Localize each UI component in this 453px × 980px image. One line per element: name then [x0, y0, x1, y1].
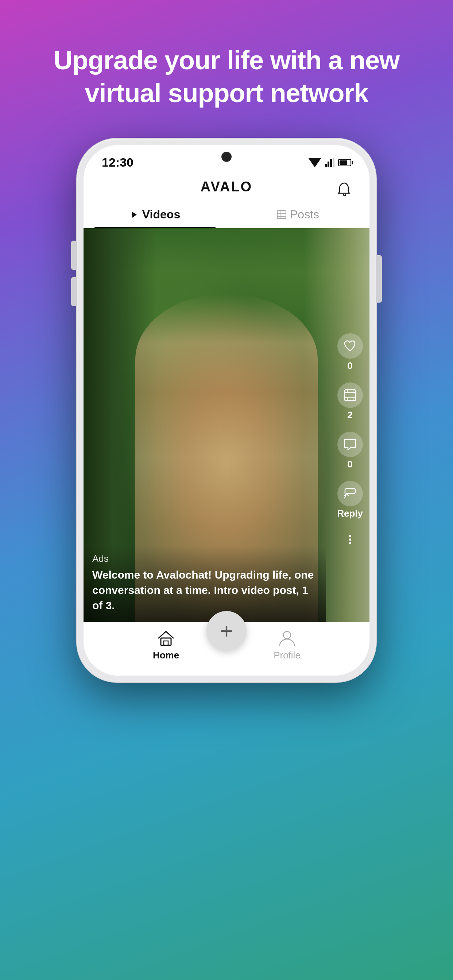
heart-icon-wrap: [337, 333, 363, 359]
svg-rect-21: [164, 641, 168, 645]
home-icon: [157, 629, 175, 647]
comment-icon-wrap: [337, 432, 363, 457]
ads-badge: Ads: [92, 553, 317, 565]
comment-icon: [344, 438, 357, 450]
status-icons: [308, 158, 351, 167]
side-actions: 0: [337, 333, 363, 549]
bell-icon: [337, 181, 353, 197]
status-time: 12:30: [102, 155, 134, 170]
nav-profile-label: Profile: [274, 650, 301, 661]
headline-line2: virtual support network: [85, 78, 368, 108]
tab-posts[interactable]: Posts: [226, 202, 370, 228]
fab-plus-icon: +: [220, 620, 233, 642]
clips-count: 2: [347, 409, 353, 421]
clips-button[interactable]: 2: [337, 382, 363, 421]
svg-point-22: [283, 632, 291, 639]
bottom-nav: Home + Profile: [83, 622, 370, 676]
svg-rect-4: [333, 158, 335, 167]
svg-point-17: [349, 535, 351, 537]
svg-rect-6: [277, 211, 286, 219]
reply-icon-wrap: [337, 481, 363, 506]
heart-icon: [344, 340, 357, 352]
svg-rect-10: [345, 390, 356, 401]
video-caption-overlay: Ads Welcome to Avalochat! Upgrading life…: [83, 546, 326, 622]
svg-rect-3: [330, 159, 332, 167]
fab-button[interactable]: +: [206, 611, 247, 651]
comments-button[interactable]: 0: [337, 432, 363, 470]
comments-count: 0: [347, 459, 353, 470]
film-icon: [344, 389, 357, 402]
tabs-bar: Videos Posts: [83, 202, 370, 228]
phone-mockup: 12:30: [70, 138, 383, 980]
tab-posts-label: Posts: [290, 208, 319, 221]
nav-profile[interactable]: Profile: [265, 629, 309, 661]
play-icon: [130, 210, 139, 219]
video-caption: Welcome to Avalochat! Upgrading life, on…: [92, 567, 317, 613]
bell-button[interactable]: [336, 180, 353, 197]
status-bar: 12:30: [83, 145, 370, 175]
svg-point-18: [349, 538, 351, 541]
battery-icon: [338, 159, 351, 166]
more-dots-icon: [344, 533, 357, 546]
reply-label: Reply: [337, 508, 363, 519]
camera-dot: [222, 152, 231, 162]
video-player[interactable]: 0: [83, 228, 370, 622]
tab-videos[interactable]: Videos: [83, 202, 226, 228]
headline: Upgrade your life with a new virtual sup…: [17, 0, 436, 138]
like-button[interactable]: 0: [337, 333, 363, 372]
svg-rect-2: [327, 162, 329, 167]
wifi-icon: [308, 158, 321, 167]
phone-outer: 12:30: [77, 138, 376, 682]
headline-line1: Upgrade your life with a new: [54, 46, 399, 75]
svg-rect-1: [325, 164, 327, 167]
nav-home[interactable]: Home: [144, 629, 188, 661]
profile-icon: [278, 629, 296, 647]
svg-marker-5: [132, 212, 137, 218]
phone-inner: 12:30: [83, 145, 370, 676]
reply-button[interactable]: Reply: [337, 481, 363, 519]
signal-icon: [325, 158, 335, 167]
like-count: 0: [347, 360, 353, 372]
svg-rect-20: [161, 638, 171, 645]
app-title: AVALO: [201, 179, 252, 195]
svg-point-19: [349, 542, 351, 544]
reply-icon: [344, 488, 357, 500]
posts-icon: [277, 210, 286, 219]
film-icon-wrap: [337, 382, 363, 408]
app-header: AVALO: [83, 175, 370, 202]
more-button[interactable]: [341, 530, 360, 549]
nav-home-label: Home: [153, 650, 179, 661]
svg-marker-0: [308, 158, 321, 167]
tab-videos-label: Videos: [142, 208, 180, 221]
